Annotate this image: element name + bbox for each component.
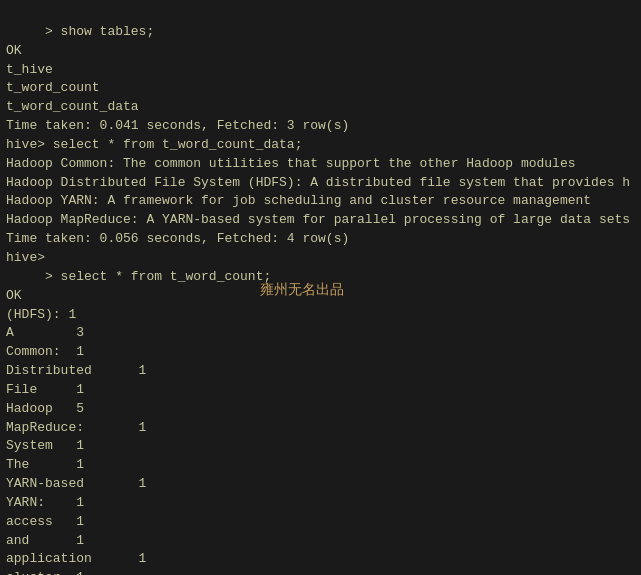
watermark: 雍州无名出品 [260, 280, 344, 300]
terminal-output: > show tables; OK t_hive t_word_count t_… [0, 0, 641, 575]
